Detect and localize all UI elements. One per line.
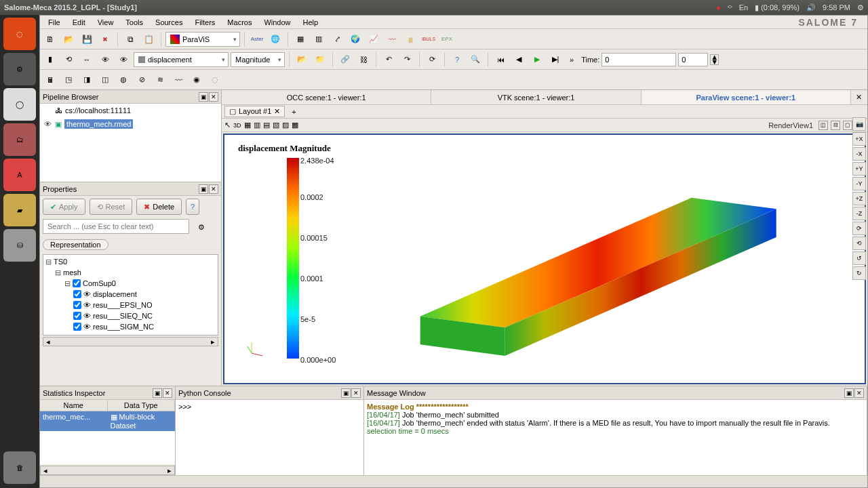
tree-comsup-check[interactable] (73, 279, 81, 287)
advanced-gear-icon[interactable]: ⚙ (193, 219, 210, 235)
view-py-button[interactable]: +Y (852, 162, 866, 176)
unlink-icon[interactable]: ⛓ (355, 52, 372, 68)
rotate-cw-icon[interactable]: ⟳ (852, 222, 866, 235)
panel-float-icon[interactable]: ▣ (844, 388, 854, 398)
export-icon[interactable]: ⤤ (329, 31, 345, 47)
3d-viewport[interactable]: displacement Magnitude 2.438e-04 0.0002 … (223, 134, 866, 384)
open-icon[interactable]: 📂 (60, 31, 77, 47)
settings-launcher-icon[interactable]: ⚙ (3, 53, 36, 85)
tree-field-check[interactable] (73, 301, 81, 309)
zoom-icon[interactable]: ↻ (852, 266, 866, 280)
panel-float-icon[interactable]: ▣ (341, 388, 351, 398)
gear-icon[interactable]: ⚙ (857, 3, 864, 12)
menu-help[interactable]: Help (298, 17, 324, 28)
ibuls-icon[interactable]: IBULS (420, 31, 437, 47)
plot-icon[interactable]: 📈 (366, 31, 382, 47)
menu-edit[interactable]: Edit (67, 17, 91, 28)
tab-vtk[interactable]: VTK scene:1 - viewer:1 (431, 90, 641, 104)
frame-input[interactable] (678, 53, 708, 66)
chromium-launcher-icon[interactable]: ◯ (3, 88, 36, 121)
first-frame-icon[interactable]: ⏮ (492, 52, 509, 68)
slice-icon[interactable]: ◫ (97, 72, 113, 88)
field-selector[interactable]: displacement (134, 52, 229, 67)
stream-icon[interactable]: 〰 (170, 72, 186, 88)
paravis-icon[interactable]: ▦ (292, 31, 309, 47)
reset-button[interactable]: ⟲Reset (90, 199, 133, 215)
dash-icon[interactable]: ◌ (3, 18, 36, 50)
split-h-icon[interactable]: ◫ (818, 121, 828, 130)
tree-field-check[interactable] (73, 290, 81, 298)
tab-occ[interactable]: OCC scene:1 - viewer:1 (222, 90, 431, 104)
module-selector[interactable]: ParaViS (165, 32, 240, 47)
frame-spinner[interactable]: ▲▼ (710, 54, 719, 65)
menu-file[interactable]: File (43, 17, 66, 28)
mode-3d[interactable]: 3D (233, 122, 241, 129)
panel-close-icon[interactable]: ✕ (163, 388, 172, 398)
menu-filters[interactable]: Filters (189, 17, 220, 28)
menu-window[interactable]: Window (258, 17, 296, 28)
rescale-vis-icon[interactable]: 👁 (97, 52, 113, 68)
view-btn[interactable]: ▦ (244, 121, 251, 129)
delete-button[interactable]: ✖Delete (136, 199, 182, 215)
next-frame-icon[interactable]: ▶| (547, 52, 564, 68)
view-btn[interactable]: ▥ (254, 121, 260, 129)
web-icon[interactable]: 🌍 (347, 31, 363, 47)
pick-icon[interactable]: ↖ (224, 121, 231, 129)
panel-close-icon[interactable]: ✕ (209, 184, 218, 194)
stats-icon[interactable]: ⫼ (402, 31, 418, 47)
extract-icon[interactable]: ⊘ (134, 72, 150, 88)
globe-icon[interactable]: 🌐 (267, 31, 283, 47)
pipeline-browser[interactable]: 🖧cs://localhost:11111 👁▣thermo_mech.rmed (40, 104, 221, 182)
paste-icon[interactable]: 📋 (140, 31, 157, 47)
fit-all-icon[interactable]: ↺ (852, 251, 866, 265)
apply-button[interactable]: ✔Apply (43, 199, 85, 215)
dump-view-icon[interactable]: 📷 (852, 117, 866, 131)
find-data-icon[interactable]: 🔍 (467, 52, 484, 68)
wifi-icon[interactable]: ⌔ (728, 3, 732, 12)
rotate-ccw-icon[interactable]: ⟲ (852, 237, 866, 250)
add-layout-icon[interactable]: + (288, 108, 300, 116)
eye-icon[interactable]: 👁 (115, 52, 132, 68)
panel-close-icon[interactable]: ✕ (854, 388, 864, 398)
redo-icon[interactable]: ↷ (399, 52, 415, 68)
maximize-icon[interactable]: ▢ (843, 121, 852, 130)
menu-tools[interactable]: Tools (120, 17, 149, 28)
files-launcher-icon[interactable]: 🗂 (3, 123, 36, 156)
menu-sources[interactable]: Sources (150, 17, 188, 28)
save-icon[interactable]: 💾 (79, 31, 95, 47)
help-button[interactable]: ? (186, 199, 199, 215)
rescale-custom-icon[interactable]: ↔ (79, 52, 95, 68)
play-icon[interactable]: ▶ (529, 52, 545, 68)
view-btn[interactable]: ▤ (263, 121, 270, 129)
pipeline-server[interactable]: cs://localhost:11111 (65, 106, 131, 115)
panel-float-icon[interactable]: ▣ (199, 184, 208, 194)
view-btn[interactable]: ▨ (282, 121, 289, 129)
glyph-icon[interactable]: ≋ (152, 72, 168, 88)
clock[interactable]: 9:58 PM (823, 3, 850, 12)
battery-indicator[interactable]: ▮(0:08, 99%) (755, 3, 800, 12)
view-ny-button[interactable]: -Y (852, 177, 866, 190)
calculator-icon[interactable]: 🖩 (42, 72, 58, 88)
visibility-eye-icon[interactable]: 👁 (43, 120, 52, 128)
panel-close-icon[interactable]: ✕ (209, 92, 218, 102)
group-icon[interactable]: ◌ (207, 72, 223, 88)
colormap-icon[interactable]: ▮ (42, 52, 58, 68)
view-pz-button[interactable]: +Z (852, 192, 866, 205)
close-doc-icon[interactable]: ✖ (97, 31, 113, 47)
new-doc-icon[interactable]: 🗎 (42, 31, 58, 47)
menu-view[interactable]: View (92, 17, 119, 28)
prev-frame-icon[interactable]: ◀ (511, 52, 527, 68)
component-selector[interactable]: Magnitude (231, 52, 285, 67)
link-icon[interactable]: 🔗 (337, 52, 353, 68)
panel-float-icon[interactable]: ▣ (153, 388, 162, 398)
properties-search[interactable] (43, 219, 189, 234)
view-nx-button[interactable]: -X (852, 147, 866, 161)
rescale-icon[interactable]: ⟲ (60, 52, 77, 68)
tab-paraview[interactable]: ParaView scene:1 - viewer:1 (642, 90, 851, 104)
clip-icon[interactable]: ◨ (79, 72, 95, 88)
python-console[interactable]: >>> (176, 400, 363, 475)
menu-macros[interactable]: Macros (222, 17, 257, 28)
tree-field-check[interactable] (73, 323, 81, 331)
color-bar[interactable] (287, 158, 299, 359)
message-log[interactable]: Message Log ****************** [16/04/17… (364, 400, 867, 475)
